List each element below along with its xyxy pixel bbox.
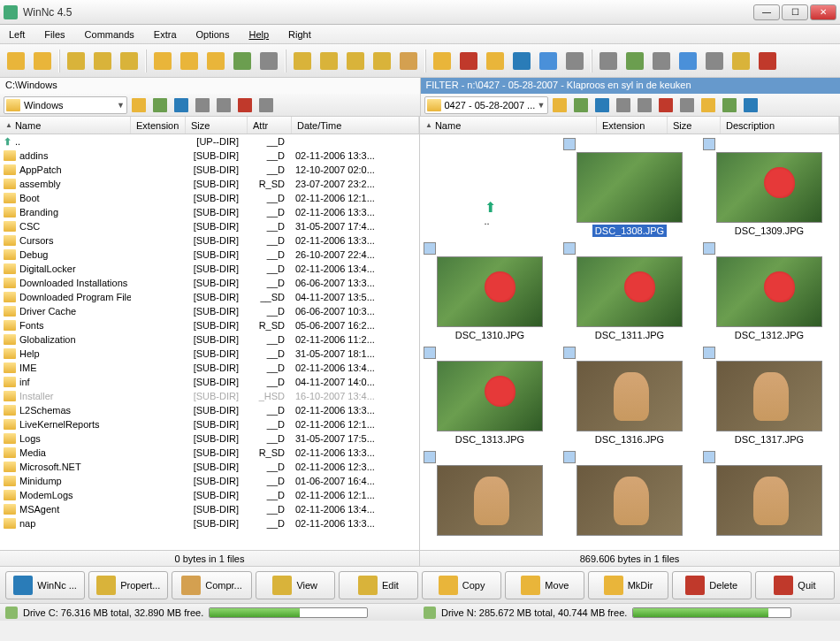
file-row[interactable]: IME[SUB-DIR]__D02-11-2006 13:4... [0,361,419,375]
toolbar-button[interactable] [483,49,508,73]
drive-tool-button[interactable] [592,96,612,114]
file-row[interactable]: Microsoft.NET[SUB-DIR]__D02-11-2006 12:3… [0,460,419,474]
drive-tool-button[interactable] [635,96,654,114]
file-row[interactable]: assembly[SUB-DIR]R_SD23-07-2007 23:2... [0,177,419,191]
col-date[interactable]: Date/Time [292,117,419,134]
drive-tool-button[interactable] [172,96,191,114]
fn-button-winnc[interactable]: WinNc ... [5,571,85,599]
col-size[interactable]: Size [668,117,721,134]
menu-right[interactable]: Right [285,27,315,42]
file-row[interactable]: Logs[SUB-DIR]__D31-05-2007 17:5... [0,431,419,446]
col-name[interactable]: Name [15,120,41,131]
col-attr[interactable]: Attr [248,117,292,134]
fn-button-propert[interactable]: Propert... [88,571,168,599]
file-row[interactable]: MSAgent[SUB-DIR]__D02-11-2006 13:4... [0,502,419,516]
drive-tool-button[interactable] [656,96,676,114]
file-row[interactable]: Debug[SUB-DIR]__D26-10-2007 22:4... [0,248,419,262]
thumbnail[interactable]: DSC_1313.JPG [424,347,556,446]
file-row[interactable]: nap[SUB-DIR]__D02-11-2006 13:3... [0,516,419,530]
drive-tool-button[interactable] [150,96,170,114]
thumbnail[interactable]: DSC_1317.JPG [703,347,836,446]
menu-options[interactable]: Options [193,27,233,42]
toolbar-button[interactable] [755,49,780,73]
file-row[interactable]: ⬆..[UP--DIR]__D [0,134,419,149]
toolbar-button[interactable] [150,49,175,73]
thumbnail[interactable] [563,451,696,539]
thumbnail[interactable] [703,451,836,539]
maximize-button[interactable]: ☐ [782,4,808,20]
toolbar-button[interactable] [649,49,674,73]
path-left[interactable]: C:\Windows [0,78,421,94]
toolbar-button[interactable] [256,49,281,73]
file-row[interactable]: LiveKernelReports[SUB-DIR]__D02-11-2006 … [0,417,419,431]
toolbar-button[interactable] [117,49,141,73]
drive-tool-button[interactable] [129,96,149,114]
col-size[interactable]: Size [186,117,248,134]
file-row[interactable]: ModemLogs[SUB-DIR]__D02-11-2006 12:1... [0,488,419,502]
toolbar-button[interactable] [343,49,368,73]
toolbar-button[interactable] [509,49,534,73]
toolbar-button[interactable] [90,49,115,73]
fn-button-delete[interactable]: Delete [672,571,752,599]
thumbnail[interactable]: DSC_1311.JPG [563,242,696,341]
drive-tool-button[interactable] [193,96,212,114]
drive-tool-button[interactable] [550,96,569,114]
close-button[interactable]: ✕ [810,4,836,20]
thumbnail[interactable]: DSC_1316.JPG [563,347,696,446]
menu-left[interactable]: Left [5,27,28,42]
drive-tool-button[interactable] [256,96,276,114]
toolbar-button[interactable] [317,49,341,73]
toolbar-button[interactable] [729,49,753,73]
file-row[interactable]: Help[SUB-DIR]__D31-05-2007 18:1... [0,347,419,361]
thumbnail[interactable]: DSC_1308.JPG [563,138,696,237]
file-row[interactable]: Driver Cache[SUB-DIR]__D06-06-2007 10:3.… [0,304,419,318]
file-row[interactable]: Downloaded Program Files[SUB-DIR]__SD04-… [0,290,419,304]
file-row[interactable]: CSC[SUB-DIR]__D31-05-2007 17:4... [0,219,419,233]
drive-tool-button[interactable] [571,96,591,114]
menu-files[interactable]: Files [41,27,68,42]
file-row[interactable]: DigitalLocker[SUB-DIR]__D02-11-2006 13:4… [0,262,419,276]
left-file-list[interactable]: ⬆..[UP--DIR]__Daddins[SUB-DIR]__D02-11-2… [0,134,419,550]
thumbnail[interactable] [424,451,556,539]
toolbar-button[interactable] [596,49,621,73]
drive-tool-button[interactable] [677,96,697,114]
file-row[interactable]: Globalization[SUB-DIR]__D02-11-2006 11:2… [0,332,419,347]
fn-button-copy[interactable]: Copy [422,571,501,599]
toolbar-button[interactable] [177,49,202,73]
fn-button-quit[interactable]: Quit [755,571,835,599]
file-row[interactable]: inf[SUB-DIR]__D04-11-2007 14:0... [0,375,419,389]
thumbnail[interactable]: DSC_1310.JPG [424,242,556,341]
col-ext[interactable]: Extension [131,117,186,134]
toolbar-button[interactable] [430,49,454,73]
drive-select-left[interactable]: Windows ▼ [4,96,127,114]
file-row[interactable]: Downloaded Installations[SUB-DIR]__D06-0… [0,276,419,290]
toolbar-button[interactable] [536,49,561,73]
file-row[interactable]: AppPatch[SUB-DIR]__D12-10-2007 02:0... [0,163,419,177]
drive-tool-button[interactable] [614,96,633,114]
path-right[interactable]: FILTER - n:\0427 - 05-28-2007 - Klaproos… [421,78,841,94]
drive-tool-button[interactable] [235,96,255,114]
file-row[interactable]: Branding[SUB-DIR]__D02-11-2006 13:3... [0,205,419,219]
thumbnail[interactable]: DSC_1309.JPG [703,138,836,237]
toolbar-button[interactable] [30,49,55,73]
col-ext[interactable]: Extension [597,117,668,134]
toolbar-button[interactable] [370,49,394,73]
fn-button-compr[interactable]: Compr... [172,571,251,599]
toolbar-button[interactable] [230,49,255,73]
file-row[interactable]: L2Schemas[SUB-DIR]__D02-11-2006 13:3... [0,403,419,417]
toolbar-button[interactable] [64,49,88,73]
file-row[interactable]: Fonts[SUB-DIR]R_SD05-06-2007 16:2... [0,318,419,332]
toolbar-button[interactable] [676,49,700,73]
file-row[interactable]: Cursors[SUB-DIR]__D02-11-2006 13:3... [0,233,419,248]
file-row[interactable]: Installer[SUB-DIR]_HSD16-10-2007 13:4... [0,389,419,403]
file-row[interactable]: Media[SUB-DIR]R_SD02-11-2006 13:3... [0,446,419,460]
toolbar-button[interactable] [4,49,28,73]
menu-commands[interactable]: Commands [81,27,138,42]
toolbar-button[interactable] [290,49,315,73]
drive-tool-button[interactable] [741,96,760,114]
file-row[interactable]: Boot[SUB-DIR]__D02-11-2006 12:1... [0,191,419,205]
toolbar-button[interactable] [702,49,727,73]
toolbar-button[interactable] [456,49,481,73]
left-col-header[interactable]: ▲Name Extension Size Attr Date/Time [0,117,419,134]
thumb-up-dir[interactable]: ⬆.. [424,138,556,226]
